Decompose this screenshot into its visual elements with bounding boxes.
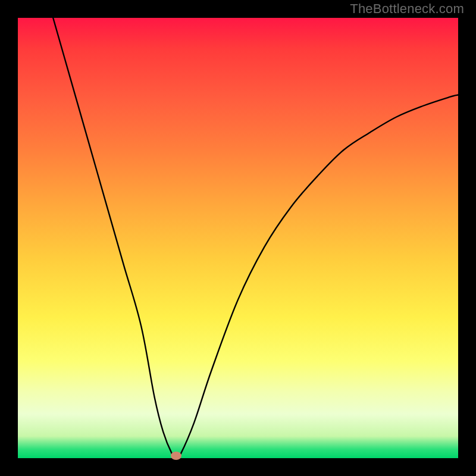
chart-frame: TheBottleneck.com	[0, 0, 476, 476]
plot-area	[18, 18, 458, 458]
bottleneck-curve	[18, 18, 458, 458]
optimum-marker	[171, 452, 181, 460]
watermark-text: TheBottleneck.com	[350, 1, 464, 17]
